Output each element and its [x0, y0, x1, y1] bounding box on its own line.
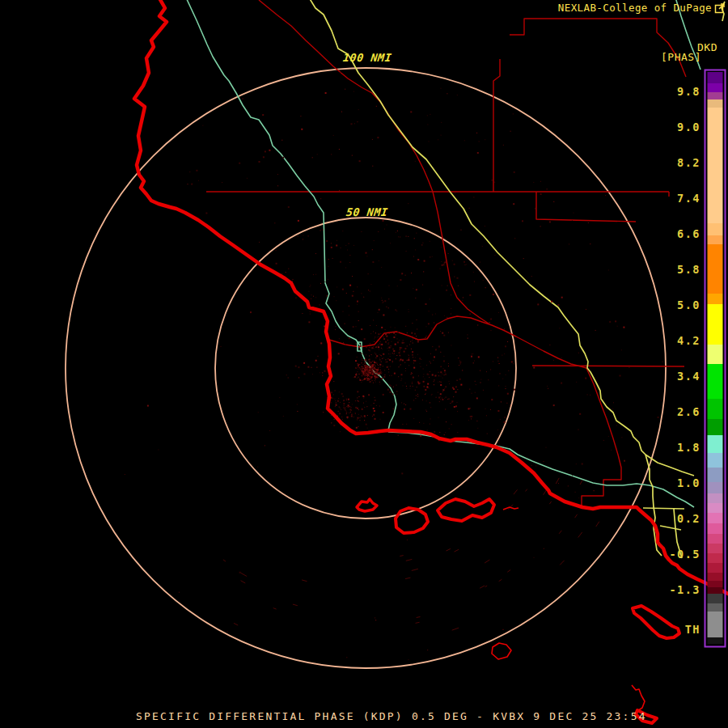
radar-echo-pixel	[434, 323, 434, 324]
radar-echo-pixel	[423, 423, 424, 424]
radar-echo-pixel	[353, 417, 354, 417]
radar-echo-pixel	[378, 368, 379, 369]
radar-echo-pixel	[498, 385, 499, 386]
radar-echo-pixel	[434, 356, 435, 358]
radar-echo-pixel	[400, 347, 402, 349]
radar-echo-pixel	[535, 208, 537, 210]
radar-echo-pixel	[379, 383, 380, 384]
colorbar-segment	[708, 364, 723, 399]
radar-echo-pixel	[586, 309, 586, 310]
radar-echo-pixel	[372, 261, 374, 263]
radar-echo-pixel	[340, 413, 341, 414]
radar-echo-pixel	[351, 416, 353, 417]
radar-echo-pixel	[432, 256, 433, 257]
radar-echo-pixel	[348, 404, 349, 406]
radar-echo-pixel	[611, 450, 612, 451]
radar-echo-pixel	[388, 358, 389, 359]
radar-echo-pixel	[398, 236, 399, 237]
radar-echo-pixel	[459, 362, 461, 363]
radar-echo-pixel	[465, 265, 466, 265]
radar-echo-pixel	[451, 294, 451, 295]
colorbar-tick-label: 3.4	[677, 370, 700, 383]
radar-echo-pixel	[310, 314, 311, 315]
radar-echo-pixel	[358, 109, 359, 110]
radar-echo-pixel	[409, 357, 410, 358]
radar-echo-pixel	[328, 266, 329, 267]
radar-echo-pixel	[453, 396, 454, 397]
colorbar-segment	[708, 523, 723, 534]
radar-echo-pixel	[471, 356, 472, 358]
radar-echo-pixel	[588, 222, 589, 223]
radar-echo-pixel	[436, 349, 437, 350]
radar-echo-pixel	[325, 289, 326, 290]
radar-echo-pixel	[335, 406, 336, 407]
radar-echo-pixel	[423, 369, 424, 370]
radar-echo-pixel	[442, 332, 443, 334]
radar-echo-pixel	[352, 414, 353, 415]
radar-echo-pixel	[590, 243, 590, 244]
radar-echo-pixel	[378, 312, 379, 313]
radar-echo-pixel	[473, 362, 474, 363]
radar-echo-pixel	[405, 383, 406, 383]
radar-echo-streak	[416, 622, 420, 623]
radar-echo-pixel	[373, 369, 374, 370]
radar-echo-pixel	[375, 347, 376, 348]
radar-echo-pixel	[298, 236, 298, 237]
radar-echo-pixel	[444, 370, 446, 371]
radar-echo-pixel	[383, 315, 384, 316]
radar-echo-pixel	[381, 362, 382, 362]
radar-echo-pixel	[365, 360, 366, 361]
radar-echo-pixel	[360, 417, 361, 418]
radar-echo-pixel	[430, 418, 431, 419]
radar-echo-pixel	[387, 362, 387, 362]
radar-echo-pixel	[396, 358, 396, 359]
radar-echo-pixel	[426, 365, 427, 366]
radar-echo-pixel	[493, 361, 493, 362]
radar-echo-pixel	[358, 401, 359, 402]
radar-echo-pixel	[372, 380, 373, 381]
radar-echo-pixel	[336, 326, 336, 327]
radar-echo-pixel	[364, 415, 366, 417]
colorbar	[705, 70, 726, 647]
radar-echo-pixel	[373, 331, 374, 332]
radar-echo-pixel	[336, 287, 337, 288]
radar-echo-pixel	[572, 475, 573, 476]
colorbar-segment	[708, 637, 723, 644]
radar-echo-pixel	[345, 332, 346, 332]
radar-echo-pixel	[440, 393, 442, 395]
radar-echo-pixel	[326, 295, 328, 297]
external-link-icon[interactable]	[714, 2, 726, 14]
colorbar-segment	[708, 399, 723, 419]
radar-echo-pixel	[259, 242, 260, 243]
radar-echo-pixel	[404, 348, 406, 349]
radar-echo-pixel	[349, 306, 349, 307]
radar-echo-pixel	[457, 402, 458, 403]
radar-echo-pixel	[406, 388, 407, 389]
radar-echo-pixel	[339, 190, 340, 191]
radar-echo-pixel	[320, 304, 320, 305]
radar-echo-pixel	[429, 402, 430, 403]
radar-echo-pixel	[480, 370, 480, 371]
radar-echo-pixel	[449, 428, 450, 429]
radar-echo-pixel	[572, 220, 573, 221]
radar-echo-pixel	[440, 331, 441, 332]
radar-echo-pixel	[366, 362, 366, 362]
radar-echo-pixel	[367, 368, 368, 369]
highway-lines	[309, 0, 725, 558]
radar-echo-pixel	[343, 311, 344, 312]
radar-echo-pixel	[579, 413, 581, 415]
radar-echo-pixel	[333, 394, 334, 395]
radar-echo-pixel	[373, 346, 374, 347]
radar-echo-pixel	[397, 231, 398, 231]
radar-echo-pixel	[384, 375, 385, 375]
radar-echo-pixel	[497, 438, 497, 438]
radar-echo-pixel	[494, 255, 495, 256]
radar-echo-pixel	[310, 286, 311, 287]
radar-echo-pixel	[361, 363, 362, 364]
radar-echo-pixel	[262, 114, 264, 116]
radar-echo-pixel	[414, 333, 416, 335]
radar-echo-pixel	[485, 408, 486, 409]
radar-echo-pixel	[345, 409, 345, 410]
radar-echo-pixel	[432, 315, 433, 315]
radar-echo-pixel	[358, 377, 359, 378]
